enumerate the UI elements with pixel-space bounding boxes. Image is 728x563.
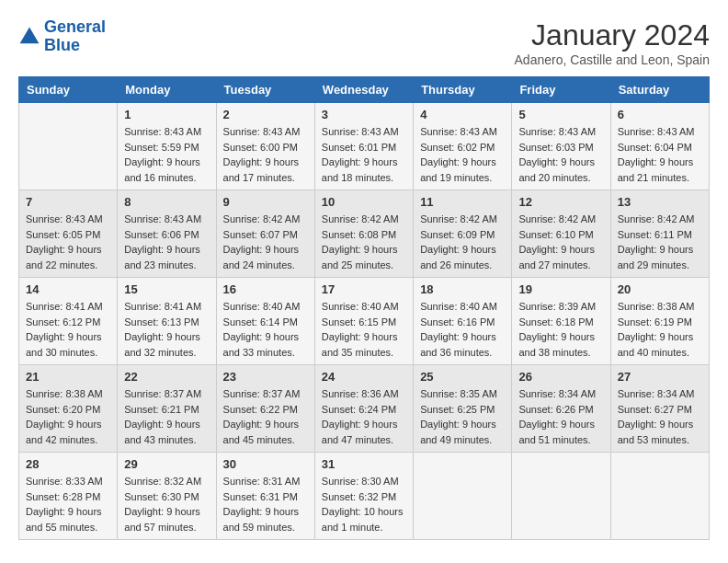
cell-line: and 55 minutes. bbox=[26, 520, 110, 535]
calendar-cell bbox=[610, 453, 709, 540]
cell-line: Sunrise: 8:34 AM bbox=[618, 386, 702, 402]
cell-line: Sunset: 6:02 PM bbox=[420, 140, 505, 155]
calendar-cell: 7Sunrise: 8:43 AMSunset: 6:05 PMDaylight… bbox=[19, 190, 118, 278]
calendar-cell bbox=[512, 453, 610, 540]
day-number: 11 bbox=[420, 195, 505, 209]
cell-line: Daylight: 9 hours bbox=[420, 329, 505, 345]
calendar-cell: 26Sunrise: 8:34 AMSunset: 6:26 PMDayligh… bbox=[512, 365, 610, 453]
cell-line: and 26 minutes. bbox=[420, 258, 505, 273]
cell-line: Sunset: 6:16 PM bbox=[420, 315, 505, 330]
header-thursday: Thursday bbox=[414, 77, 512, 103]
cell-line: and 18 minutes. bbox=[322, 170, 406, 186]
day-number: 9 bbox=[223, 195, 308, 209]
day-number: 8 bbox=[124, 195, 209, 209]
cell-line: Daylight: 9 hours bbox=[322, 417, 406, 432]
cell-line: Sunset: 6:31 PM bbox=[223, 489, 308, 505]
cell-line: Sunrise: 8:32 AM bbox=[124, 474, 209, 489]
cell-line: and 33 minutes. bbox=[223, 345, 308, 361]
cell-line: Sunrise: 8:31 AM bbox=[223, 474, 308, 489]
month-title: January 2024 bbox=[515, 18, 710, 52]
logo-text: General Blue bbox=[44, 18, 106, 55]
cell-line: Sunrise: 8:38 AM bbox=[26, 386, 110, 402]
cell-line: Daylight: 9 hours bbox=[618, 329, 702, 345]
cell-line: and 43 minutes. bbox=[124, 432, 209, 448]
cell-line: Sunrise: 8:36 AM bbox=[322, 386, 406, 402]
cell-line: Sunset: 6:13 PM bbox=[124, 315, 209, 330]
calendar-cell: 28Sunrise: 8:33 AMSunset: 6:28 PMDayligh… bbox=[19, 453, 118, 540]
calendar-header: Sunday Monday Tuesday Wednesday Thursday… bbox=[19, 77, 710, 103]
cell-line: Daylight: 9 hours bbox=[420, 417, 505, 432]
cell-line: Sunrise: 8:42 AM bbox=[618, 212, 702, 227]
cell-line: Daylight: 9 hours bbox=[322, 242, 406, 258]
calendar-cell: 2Sunrise: 8:43 AMSunset: 6:00 PMDaylight… bbox=[216, 103, 314, 190]
cell-line: Daylight: 9 hours bbox=[26, 504, 110, 520]
calendar-cell: 4Sunrise: 8:43 AMSunset: 6:02 PMDaylight… bbox=[414, 103, 512, 190]
calendar-cell: 25Sunrise: 8:35 AMSunset: 6:25 PMDayligh… bbox=[414, 365, 512, 453]
cell-line: Daylight: 9 hours bbox=[223, 504, 308, 520]
calendar-cell: 9Sunrise: 8:42 AMSunset: 6:07 PMDaylight… bbox=[216, 190, 314, 278]
cell-line: Daylight: 9 hours bbox=[124, 417, 209, 432]
calendar-cell: 1Sunrise: 8:43 AMSunset: 5:59 PMDaylight… bbox=[118, 103, 216, 190]
cell-line: Sunrise: 8:43 AM bbox=[223, 124, 308, 140]
day-number: 30 bbox=[223, 457, 308, 471]
calendar-cell: 14Sunrise: 8:41 AMSunset: 6:12 PMDayligh… bbox=[19, 278, 118, 365]
day-number: 6 bbox=[618, 108, 702, 121]
cell-line: Daylight: 9 hours bbox=[124, 329, 209, 345]
cell-line: Sunrise: 8:30 AM bbox=[322, 474, 406, 489]
cell-line: and 1 minute. bbox=[322, 520, 406, 535]
calendar-cell: 16Sunrise: 8:40 AMSunset: 6:14 PMDayligh… bbox=[216, 278, 314, 365]
cell-line: and 51 minutes. bbox=[518, 432, 603, 448]
cell-line: and 49 minutes. bbox=[420, 432, 505, 448]
cell-line: Sunrise: 8:43 AM bbox=[26, 212, 110, 227]
cell-line: and 25 minutes. bbox=[322, 258, 406, 273]
cell-line: Sunrise: 8:33 AM bbox=[26, 474, 110, 489]
day-number: 5 bbox=[518, 108, 603, 121]
cell-line: Daylight: 9 hours bbox=[26, 417, 110, 432]
cell-line: Sunrise: 8:40 AM bbox=[223, 299, 308, 315]
cell-line: Sunset: 6:09 PM bbox=[420, 227, 505, 243]
day-number: 4 bbox=[420, 108, 505, 121]
cell-line: Sunset: 6:12 PM bbox=[26, 315, 110, 330]
day-number: 29 bbox=[124, 457, 209, 471]
cell-line: and 19 minutes. bbox=[420, 170, 505, 186]
header-tuesday: Tuesday bbox=[216, 77, 314, 103]
day-number: 27 bbox=[618, 370, 702, 384]
day-number: 17 bbox=[322, 282, 406, 296]
cell-line: Sunset: 6:00 PM bbox=[223, 140, 308, 155]
cell-line: Daylight: 9 hours bbox=[26, 329, 110, 345]
cell-line: Sunset: 6:06 PM bbox=[124, 227, 209, 243]
cell-line: Sunrise: 8:38 AM bbox=[618, 299, 702, 315]
cell-line: Sunset: 6:28 PM bbox=[26, 489, 110, 505]
cell-line: Sunrise: 8:42 AM bbox=[420, 212, 505, 227]
cell-line: Sunset: 6:24 PM bbox=[322, 402, 406, 418]
cell-line: Sunrise: 8:37 AM bbox=[223, 386, 308, 402]
cell-line: and 35 minutes. bbox=[322, 345, 406, 361]
day-number: 18 bbox=[420, 282, 505, 296]
calendar-cell: 17Sunrise: 8:40 AMSunset: 6:15 PMDayligh… bbox=[314, 278, 413, 365]
day-number: 15 bbox=[124, 282, 209, 296]
day-number: 16 bbox=[223, 282, 308, 296]
cell-line: and 20 minutes. bbox=[518, 170, 603, 186]
day-number: 21 bbox=[26, 370, 110, 384]
cell-line: Daylight: 9 hours bbox=[420, 155, 505, 170]
cell-line: Sunset: 6:15 PM bbox=[322, 315, 406, 330]
calendar-cell: 19Sunrise: 8:39 AMSunset: 6:18 PMDayligh… bbox=[512, 278, 610, 365]
cell-line: Sunset: 6:26 PM bbox=[518, 402, 603, 418]
cell-line: Daylight: 9 hours bbox=[618, 155, 702, 170]
cell-line: Daylight: 9 hours bbox=[124, 242, 209, 258]
day-number: 10 bbox=[322, 195, 406, 209]
cell-line: Daylight: 9 hours bbox=[124, 155, 209, 170]
cell-line: and 24 minutes. bbox=[223, 258, 308, 273]
cell-line: Daylight: 9 hours bbox=[223, 242, 308, 258]
calendar-cell: 3Sunrise: 8:43 AMSunset: 6:01 PMDaylight… bbox=[314, 103, 413, 190]
day-number: 24 bbox=[322, 370, 406, 384]
cell-line: and 23 minutes. bbox=[124, 258, 209, 273]
cell-line: Sunset: 6:07 PM bbox=[223, 227, 308, 243]
calendar-cell: 21Sunrise: 8:38 AMSunset: 6:20 PMDayligh… bbox=[19, 365, 118, 453]
cell-line: and 17 minutes. bbox=[223, 170, 308, 186]
cell-line: and 27 minutes. bbox=[518, 258, 603, 273]
cell-line: Sunset: 6:25 PM bbox=[420, 402, 505, 418]
calendar-cell bbox=[19, 103, 118, 190]
day-number: 2 bbox=[223, 108, 308, 121]
header-saturday: Saturday bbox=[610, 77, 709, 103]
